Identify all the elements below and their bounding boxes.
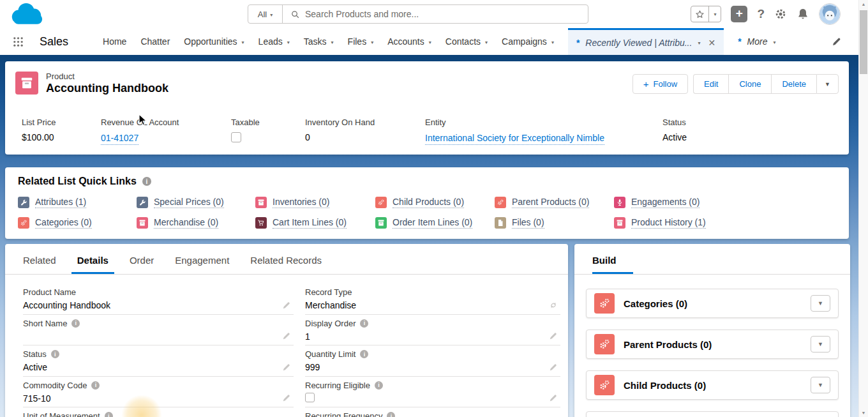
nav-tab-chatter[interactable]: Chatter [140, 36, 170, 47]
info-icon[interactable]: i [360, 319, 368, 328]
nav-tab-campaigns[interactable]: Campaigns▾ [502, 36, 554, 47]
nav-tab-files[interactable]: Files▾ [348, 36, 374, 47]
scrollbar-thumb[interactable] [860, 10, 867, 74]
edit-pencil-icon[interactable] [549, 331, 558, 340]
info-icon[interactable]: i [142, 177, 151, 186]
nav-tab-more[interactable]: * More ▾ [738, 36, 775, 47]
chevron-down-icon[interactable]: ▾ [551, 38, 554, 45]
follow-button[interactable]: + Follow [632, 74, 688, 94]
detail-field-quantity-limit: Quantity Limiti999 [305, 345, 560, 377]
quick-link-attributes[interactable]: Attributes (1) [18, 195, 137, 209]
clone-button[interactable]: Clone [728, 74, 771, 94]
delete-button[interactable]: Delete [771, 74, 816, 94]
favorites-button[interactable]: ▾ [691, 6, 721, 22]
chevron-down-icon[interactable]: ▾ [698, 39, 700, 46]
info-icon[interactable]: i [387, 412, 395, 417]
chevron-down-icon[interactable]: ▾ [371, 38, 373, 45]
field-label-text: Short Name [23, 319, 67, 328]
quick-link-label: Order Item Lines (0) [393, 216, 472, 229]
quick-link-cart-item-lines[interactable]: Cart Item Lines (0) [255, 216, 375, 229]
quick-link-label: Inventories (0) [273, 196, 329, 208]
recurring-eligible-checkbox[interactable] [305, 393, 315, 402]
nav-tab-recently-viewed-attributes[interactable]: * Recently Viewed | Attribu... ▾ ✕ [568, 28, 724, 55]
quick-link-engagements[interactable]: Engagements (0) [614, 195, 839, 209]
chevron-down-icon[interactable]: ▾ [242, 38, 244, 45]
quick-link-child-products[interactable]: Child Products (0) [375, 195, 495, 209]
edit-button[interactable]: Edit [693, 74, 728, 94]
build-card-partial [586, 411, 839, 417]
chevron-down-icon[interactable]: ▾ [708, 6, 721, 22]
info-icon[interactable]: i [71, 319, 80, 328]
info-icon[interactable]: i [375, 381, 383, 390]
field-value-link[interactable]: 01-41027 [101, 133, 138, 145]
edit-pencil-icon[interactable] [282, 393, 291, 402]
edit-navigation-pencil-icon[interactable] [832, 36, 842, 47]
gears-icon [18, 217, 29, 229]
related-list-quick-links-panel: Related List Quick Links i Attributes (1… [5, 167, 849, 239]
tab-engagement[interactable]: Engagement [175, 255, 229, 274]
search-input[interactable] [300, 9, 588, 19]
info-icon[interactable]: i [51, 350, 59, 358]
tab-details[interactable]: Details [71, 255, 114, 274]
quick-link-inventories[interactable]: Inventories (0) [255, 195, 375, 209]
tab-related-records[interactable]: Related Records [250, 255, 322, 274]
quick-link-product-history[interactable]: Product History (1) [614, 216, 839, 229]
quick-link-label: Categories (0) [35, 216, 92, 229]
global-add-icon[interactable]: + [731, 6, 747, 22]
change-record-type-icon[interactable] [549, 301, 558, 310]
nav-tab-tasks[interactable]: Tasks▾ [304, 36, 334, 47]
app-navigation-bar: Sales HomeChatterOpportunities▾Leads▾Tas… [0, 28, 858, 55]
info-icon[interactable]: i [91, 381, 100, 390]
notifications-bell-icon[interactable] [797, 8, 809, 20]
tab-order[interactable]: Order [130, 255, 154, 274]
unsaved-marker: * [738, 36, 741, 47]
field-label: Status [662, 118, 687, 127]
scroll-up-arrow-icon[interactable]: ▲ [859, 2, 868, 6]
quick-link-categories[interactable]: Categories (0) [18, 216, 137, 229]
search-scope-selector[interactable]: All ▾ [248, 5, 283, 23]
chevron-down-icon[interactable]: ▾ [331, 38, 334, 45]
quick-link-files[interactable]: Files (0) [495, 216, 614, 229]
edit-pencil-icon[interactable] [282, 331, 291, 340]
chevron-down-icon[interactable]: ▾ [429, 38, 431, 45]
detail-field-unit-of-measurement: Unit of Measurementi [23, 407, 294, 417]
quick-link-merchandise[interactable]: Merchandise (0) [137, 216, 255, 229]
nav-tab-leads[interactable]: Leads▾ [258, 36, 290, 47]
field-value-link[interactable]: International Society for Exceptionally … [425, 133, 604, 145]
setup-gear-icon[interactable] [774, 8, 787, 20]
help-icon[interactable]: ? [757, 7, 765, 21]
field-label: Revenue GL Account [101, 118, 179, 127]
quick-link-order-item-lines[interactable]: Order Item Lines (0) [375, 216, 495, 229]
quick-link-special-prices[interactable]: Special Prices (0) [137, 195, 255, 209]
tab-related[interactable]: Related [23, 255, 56, 274]
edit-pencil-icon[interactable] [282, 363, 291, 372]
record-title: Accounting Handbook [46, 82, 168, 95]
build-card-categories: Categories (0)▼ [586, 289, 839, 318]
nav-tab-contacts[interactable]: Contacts▾ [445, 36, 488, 47]
info-icon[interactable]: i [105, 412, 113, 417]
nav-tab-accounts[interactable]: Accounts▾ [387, 36, 431, 47]
edit-pencil-icon[interactable] [549, 393, 558, 402]
chevron-down-icon[interactable]: ▾ [287, 38, 290, 45]
quick-link-parent-products[interactable]: Parent Products (0) [495, 195, 614, 209]
scroll-down-arrow-icon[interactable]: ▼ [859, 411, 868, 415]
edit-pencil-icon[interactable] [282, 301, 291, 310]
nav-tab-home[interactable]: Home [103, 36, 126, 47]
info-icon[interactable]: i [360, 350, 368, 358]
tab-build[interactable]: Build [592, 255, 633, 274]
expand-dropdown-button[interactable]: ▼ [811, 336, 830, 353]
expand-dropdown-button[interactable]: ▼ [811, 295, 830, 312]
close-tab-icon[interactable]: ✕ [708, 38, 715, 48]
app-name[interactable]: Sales [40, 35, 68, 49]
expand-dropdown-button[interactable]: ▼ [811, 377, 830, 393]
salesforce-window: All ▾ ▾ + ? [0, 0, 868, 417]
edit-pencil-icon[interactable] [549, 363, 558, 372]
vertical-scrollbar[interactable]: ▲ ▼ [858, 0, 868, 417]
user-avatar[interactable] [819, 3, 841, 25]
nav-tab-opportunities[interactable]: Opportunities▾ [184, 36, 244, 47]
chevron-down-icon[interactable]: ▾ [485, 38, 488, 45]
app-launcher-icon[interactable] [13, 36, 24, 47]
field-label: Entity [425, 118, 604, 127]
taxable-checkbox[interactable] [231, 132, 241, 142]
more-actions-dropdown-button[interactable]: ▼ [816, 74, 839, 94]
